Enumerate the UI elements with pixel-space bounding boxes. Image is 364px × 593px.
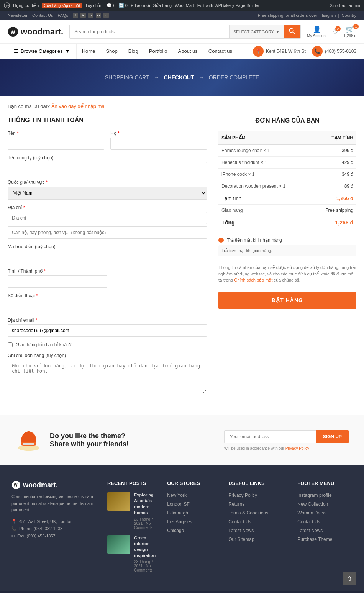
last-name-input[interactable] (110, 138, 207, 150)
footer: W woodmart. Condimentum adipiscing vel n… (0, 465, 364, 591)
logo[interactable]: W woodmart. (8, 26, 63, 37)
city-input[interactable] (8, 275, 107, 288)
useful-link[interactable]: Terms & Conditions (228, 510, 268, 516)
new-item-link[interactable]: + Tạo mới (131, 3, 150, 8)
my-account-button[interactable]: 👤 My Account (307, 25, 327, 38)
address2-input[interactable] (8, 226, 207, 239)
nav-left: ☰ Browse Categories ▼ Home Shop Blog Por… (8, 44, 238, 59)
phone-input[interactable] (8, 300, 107, 312)
footer-menu-link[interactable]: Instagram profile (297, 493, 331, 498)
country-select[interactable]: Việt Nam (8, 187, 207, 200)
store-item: Los Angeles (167, 519, 217, 524)
promo-question: Do you like the theme? (50, 432, 129, 440)
nav-contact[interactable]: Contact us (203, 44, 238, 59)
nav-blog[interactable]: Blog (123, 44, 144, 59)
language-selector[interactable]: English (322, 13, 336, 18)
signup-email-input[interactable] (224, 430, 316, 443)
contact-us-top-link[interactable]: Contact Us (32, 13, 53, 18)
edit-page-link[interactable]: Sửa trang (153, 3, 172, 8)
store-link[interactable]: New York (167, 493, 187, 498)
company-label: Tên công ty (tuỳ chọn) (8, 155, 207, 161)
useful-link-item: Latest News (228, 527, 286, 533)
privacy-link[interactable]: Chính sách bảo mật (234, 278, 272, 282)
billing-section: THÔNG TIN THANH TOÁN Tên * Họ * Tên công… (8, 117, 207, 400)
useful-link[interactable]: Our Sitemap (228, 537, 254, 542)
pinterest-icon[interactable]: p (88, 13, 93, 18)
post-title[interactable]: Exploring Atlanta's modern homes (134, 492, 156, 516)
signup-privacy-link[interactable]: Privacy Policy (285, 446, 309, 450)
signup-button[interactable]: SIGN UP (316, 430, 349, 443)
email-group: Địa chỉ email * (8, 318, 207, 337)
nav-home[interactable]: Home (77, 44, 101, 59)
browse-categories-button[interactable]: ☰ Browse Categories ▼ (8, 44, 77, 59)
store-link[interactable]: Chicago (167, 528, 184, 533)
post-thumbnail (107, 492, 130, 511)
step-cart[interactable]: SHOPPING CART (105, 74, 149, 80)
category-selector[interactable]: SELECT CATEGORY ▼ (229, 25, 284, 38)
store-link[interactable]: London SF (167, 501, 190, 507)
different-shipping-label[interactable]: Giao hàng tới địa chỉ khác? (16, 342, 72, 347)
instagram-icon[interactable]: ig (103, 13, 109, 18)
store-item: Edinburgh (167, 510, 217, 516)
woodmart-link[interactable]: WoodMart (175, 3, 194, 8)
wpbakery-link[interactable]: Edit with WPBakery Page Builder (197, 3, 260, 8)
promo-link[interactable]: Ấn vào đây để nhập mã (51, 103, 105, 109)
address-group: Địa chỉ * (8, 205, 207, 239)
col-total: TẠM TÍNH (312, 131, 357, 145)
linkedin-icon[interactable]: in (96, 13, 101, 18)
step-complete[interactable]: ORDER COMPLETE (209, 74, 259, 80)
company-input[interactable] (8, 162, 207, 174)
useful-link[interactable]: Returns (228, 501, 244, 507)
email-input[interactable] (8, 324, 207, 337)
email-label: Địa chỉ email * (8, 318, 207, 323)
customize-link[interactable]: Tùy chỉnh (85, 3, 103, 8)
privacy-end: của chúng tôi. (274, 278, 300, 282)
shipping-label: Giao hàng (218, 205, 312, 216)
header: W woodmart. SELECT CATEGORY ▼ 👤 My Accou… (0, 20, 364, 44)
chevron-down-icon: ▼ (65, 48, 70, 54)
address-label: Địa chỉ * (8, 205, 207, 210)
comments-count[interactable]: 💬 6 (107, 3, 115, 8)
store-link[interactable]: Los Angeles (167, 519, 192, 524)
cart-button[interactable]: 🛒 1 1,266 đ (344, 25, 356, 38)
footer-menu-link[interactable]: Contact Us (297, 519, 320, 524)
admin-greeting: Xin chào, admin (330, 3, 360, 8)
postal-input[interactable] (8, 251, 107, 263)
useful-link[interactable]: Contact Us (228, 519, 251, 524)
useful-link[interactable]: Latest News (228, 528, 254, 533)
useful-link[interactable]: Privacy Policy (228, 493, 257, 498)
footer-stores: OUR STORES New YorkLondon SFEdinburghLos… (167, 480, 217, 572)
search-input[interactable] (70, 25, 229, 38)
nav-portfolio[interactable]: Portfolio (144, 44, 173, 59)
name-row: Tên * Họ * (8, 131, 207, 150)
store-item: Chicago (167, 527, 217, 533)
footer-logo[interactable]: W woodmart. (11, 480, 96, 490)
place-order-button[interactable]: ĐẶT HÀNG (218, 292, 356, 309)
newsletter-link[interactable]: Newsletter (8, 13, 28, 18)
search-button[interactable] (284, 25, 300, 38)
first-name-input[interactable] (8, 138, 104, 150)
facebook-icon[interactable]: f (73, 13, 78, 18)
promo-text-block: Do you like the theme? Share with your f… (50, 432, 129, 448)
different-shipping-checkbox[interactable] (8, 342, 13, 347)
order-notes-textarea[interactable] (8, 360, 207, 393)
updates-count[interactable]: 🔄 0 (119, 3, 128, 8)
store-link[interactable]: Edinburgh (167, 510, 188, 516)
payment-option: Trả tiền mặt khi nhận hàng Trả tiền mặt … (218, 234, 356, 260)
nav-shop[interactable]: Shop (100, 44, 123, 59)
step-checkout[interactable]: CHECKOUT (164, 74, 194, 80)
address-input[interactable] (8, 212, 207, 224)
scroll-top-button[interactable]: ⇧ (343, 572, 356, 585)
nav-about[interactable]: About us (173, 44, 203, 59)
country-selector[interactable]: Country (341, 13, 356, 18)
postal-group: Mã bưu điện (tuỳ chọn) (8, 244, 207, 263)
faqs-link[interactable]: FAQs (57, 13, 68, 18)
footer-menu-link[interactable]: New Collection (297, 501, 328, 507)
post-title[interactable]: Green interior design inspiration (134, 535, 156, 559)
footer-fax-text: Fax: (090) 453-1357 (17, 534, 56, 538)
footer-menu-link[interactable]: Latest News (297, 528, 323, 533)
twitter-icon[interactable]: ✕ (80, 13, 86, 18)
footer-menu-link[interactable]: Purchase Theme (297, 537, 332, 542)
footer-menu-link[interactable]: Woman Dress (297, 510, 326, 516)
wishlist-button[interactable]: ♡ 0 (332, 28, 338, 36)
